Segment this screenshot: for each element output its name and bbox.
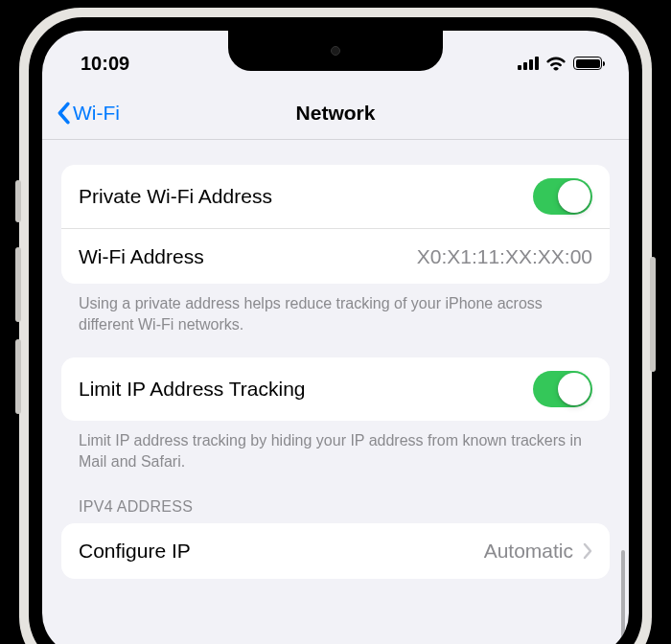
back-button[interactable]: Wi-Fi — [56, 86, 120, 139]
phone-bezel: 10:09 Wi-Fi Net — [29, 17, 642, 644]
private-wifi-address-toggle[interactable] — [533, 178, 592, 215]
chevron-right-icon — [583, 542, 592, 560]
side-button — [15, 180, 21, 222]
page-title: Network — [296, 102, 376, 125]
battery-icon — [573, 57, 602, 70]
limit-ip-group: Limit IP Address Tracking — [61, 357, 610, 421]
limit-ip-footer: Limit IP address tracking by hiding your… — [61, 421, 610, 472]
status-time: 10:09 — [81, 53, 129, 75]
wifi-address-row: Wi-Fi Address X0:X1:11:XX:XX:00 — [61, 228, 610, 284]
nav-bar: Wi-Fi Network — [42, 86, 629, 140]
side-button — [15, 339, 21, 414]
configure-ip-value: Automatic — [484, 540, 573, 563]
row-label: Private Wi-Fi Address — [79, 185, 272, 208]
privacy-group: Private Wi-Fi Address Wi-Fi Address X0:X… — [61, 165, 610, 284]
cellular-icon — [518, 57, 539, 70]
scroll-indicator[interactable] — [621, 550, 625, 644]
side-button — [650, 257, 656, 372]
configure-ip-row[interactable]: Configure IP Automatic — [61, 523, 610, 579]
side-button — [15, 247, 21, 322]
privacy-footer: Using a private address helps reduce tra… — [61, 284, 610, 334]
private-wifi-address-row[interactable]: Private Wi-Fi Address — [61, 165, 610, 228]
content-area: Private Wi-Fi Address Wi-Fi Address X0:X… — [42, 140, 629, 644]
limit-ip-tracking-toggle[interactable] — [533, 371, 592, 407]
row-label: Limit IP Address Tracking — [79, 378, 306, 401]
chevron-left-icon — [56, 102, 71, 125]
ipv4-section-header: IPV4 ADDRESS — [61, 472, 610, 523]
back-label: Wi-Fi — [73, 102, 120, 125]
row-label: Configure IP — [79, 540, 191, 563]
row-label: Wi-Fi Address — [79, 245, 204, 268]
notch — [228, 31, 443, 71]
screen: 10:09 Wi-Fi Net — [42, 31, 629, 644]
wifi-icon — [545, 56, 567, 71]
wifi-address-value: X0:X1:11:XX:XX:00 — [417, 245, 592, 268]
limit-ip-tracking-row[interactable]: Limit IP Address Tracking — [61, 357, 610, 421]
ipv4-group: Configure IP Automatic — [61, 523, 610, 579]
phone-frame: 10:09 Wi-Fi Net — [19, 8, 652, 644]
